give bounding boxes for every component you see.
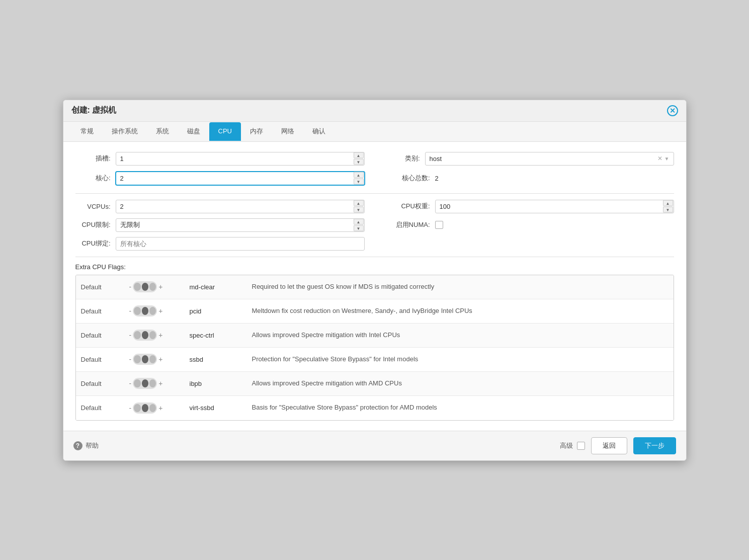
socket-label: 插槽: (75, 154, 111, 163)
divider-1 (75, 193, 674, 194)
close-button[interactable]: ✕ (667, 105, 678, 116)
vcpus-down-btn[interactable]: ▼ (354, 207, 364, 213)
flag-row-1: Default - + pcid Meltdown fix cost reduc… (76, 299, 674, 324)
toggle-track-0[interactable] (133, 281, 157, 292)
flag-minus-2[interactable]: - (129, 331, 132, 339)
toggle-track-3[interactable] (133, 354, 157, 365)
type-dropdown-icon[interactable]: ▼ (664, 156, 670, 162)
cpu-limit-label: CPU限制: (75, 220, 111, 229)
flag-minus-1[interactable]: - (129, 307, 132, 315)
flag-desc-5: Basis for "Speculative Store Bypass" pro… (252, 399, 674, 416)
flags-table[interactable]: Default - + md-clear Required to let the… (75, 275, 674, 421)
type-clear-icon[interactable]: ✕ (657, 155, 662, 162)
toggle-dot-0a (134, 283, 140, 291)
cpu-limit-input[interactable] (116, 218, 365, 232)
socket-input[interactable] (116, 152, 365, 166)
core-spinners: ▲ ▼ (354, 172, 364, 185)
socket-up-btn[interactable]: ▲ (354, 152, 364, 158)
tab-os[interactable]: 操作系统 (103, 122, 147, 142)
cpu-bind-row: CPU绑定: (75, 237, 365, 251)
help-icon[interactable]: ? (73, 441, 82, 450)
flag-minus-5[interactable]: - (129, 404, 132, 412)
total-cores-label: 核心总数: (385, 174, 430, 183)
footer-left: ? 帮助 (73, 441, 99, 450)
socket-spinners: ▲ ▼ (354, 152, 364, 165)
flag-plus-0[interactable]: + (158, 283, 162, 291)
cpu-limit-up-btn[interactable]: ▲ (354, 219, 364, 225)
numa-checkbox[interactable] (435, 221, 443, 229)
footer-right: 高级 返回 下一步 (560, 437, 676, 454)
flag-toggle-0[interactable]: - + (126, 281, 187, 292)
tab-cpu[interactable]: CPU (209, 122, 241, 141)
dialog: 创建: 虚拟机 ✕ 常规 操作系统 系统 磁盘 CPU 内存 网络 确认 插槽:… (63, 100, 687, 461)
flag-minus-0[interactable]: - (129, 283, 132, 291)
advanced-checkbox[interactable] (577, 442, 585, 450)
toggle-track-2[interactable] (133, 330, 157, 341)
toggle-track-1[interactable] (133, 305, 157, 316)
socket-down-btn[interactable]: ▼ (354, 159, 364, 165)
vcpus-input[interactable] (116, 200, 365, 213)
flag-plus-4[interactable]: + (158, 379, 162, 387)
title-bar: 创建: 虚拟机 ✕ (63, 100, 686, 122)
toggle-dot-5b (142, 404, 148, 412)
flag-plus-2[interactable]: + (158, 331, 162, 339)
flag-plus-5[interactable]: + (158, 404, 162, 412)
cpu-bind-label: CPU绑定: (75, 239, 111, 248)
vcpus-up-btn[interactable]: ▲ (354, 200, 364, 206)
численno-dot-4c (149, 379, 156, 387)
cpu-weight-down-btn[interactable]: ▼ (663, 207, 673, 213)
tab-system[interactable]: 系统 (147, 122, 178, 142)
flag-desc-4: Allows improved Spectre mitigation with … (252, 375, 674, 392)
toggle-dot-3b (142, 355, 148, 363)
flag-desc-2: Allows improved Spectre mitigation with … (252, 327, 674, 344)
flag-toggle-3[interactable]: - + (126, 354, 187, 365)
tab-disk[interactable]: 磁盘 (178, 122, 209, 142)
flag-default-2: Default (76, 328, 126, 343)
tab-memory[interactable]: 内存 (241, 122, 272, 142)
cpu-limit-row: CPU限制: ▲ ▼ (75, 218, 365, 232)
toggle-dot-5c (149, 404, 156, 412)
flag-toggle-5[interactable]: - + (126, 403, 187, 414)
next-button[interactable]: 下一步 (633, 437, 676, 454)
flag-default-5: Default (76, 400, 126, 416)
cpu-weight-up-btn[interactable]: ▲ (663, 200, 673, 206)
flag-row-0: Default - + md-clear Required to let the… (76, 275, 674, 299)
core-input[interactable] (116, 172, 365, 185)
type-input[interactable] (430, 155, 657, 163)
tab-confirm[interactable]: 确认 (303, 122, 335, 142)
cpu-weight-input[interactable] (435, 200, 674, 213)
toggle-dot-2b (142, 331, 148, 339)
vcpus-spinners: ▲ ▼ (354, 200, 364, 213)
cpu-bind-input[interactable] (116, 237, 365, 251)
flag-plus-3[interactable]: + (158, 355, 162, 363)
core-down-btn[interactable]: ▼ (354, 179, 364, 185)
flag-name-4: ibpb (187, 376, 252, 391)
vcpus-input-wrap: ▲ ▼ (116, 200, 365, 213)
extra-flags-label: Extra CPU Flags: (75, 263, 674, 271)
cpu-limit-down-btn[interactable]: ▼ (354, 225, 364, 231)
tab-network[interactable]: 网络 (272, 122, 303, 142)
flag-toggle-4[interactable]: - + (126, 378, 187, 389)
tab-general[interactable]: 常规 (71, 122, 103, 142)
flag-default-0: Default (76, 279, 126, 295)
socket-input-wrap: ▲ ▼ (116, 152, 365, 166)
flag-row-5: Default - + virt-ssbd Basis for "Specula… (76, 396, 674, 420)
core-up-btn[interactable]: ▲ (354, 172, 364, 178)
toggle-dot-0c (149, 283, 156, 291)
cpu-weight-spinners: ▲ ▼ (663, 200, 673, 213)
type-select-wrap: ✕ ▼ (425, 152, 674, 166)
flag-desc-0: Required to let the guest OS know if MDS… (252, 278, 674, 295)
flag-toggle-1[interactable]: - + (126, 305, 187, 316)
flag-plus-1[interactable]: + (158, 307, 162, 315)
socket-row: 插槽: ▲ ▼ (75, 152, 365, 166)
back-button[interactable]: 返回 (591, 437, 627, 454)
flag-toggle-2[interactable]: - + (126, 330, 187, 341)
flag-minus-4[interactable]: - (129, 379, 132, 387)
toggle-track-5[interactable] (133, 403, 157, 414)
flag-row-3: Default - + ssbd Protection for "Specula… (76, 348, 674, 372)
flag-minus-3[interactable]: - (129, 355, 132, 363)
toggle-dot-1c (149, 307, 156, 315)
toggle-track-4[interactable] (133, 378, 157, 389)
flag-default-4: Default (76, 376, 126, 391)
advanced-wrap: 高级 (560, 441, 585, 450)
